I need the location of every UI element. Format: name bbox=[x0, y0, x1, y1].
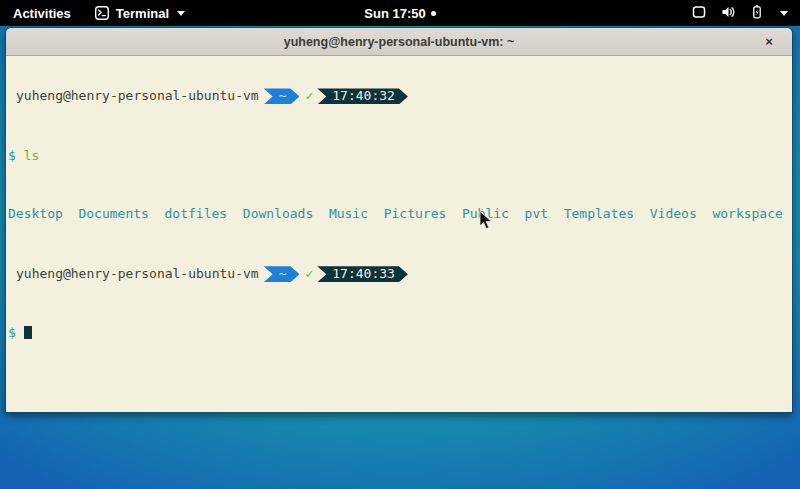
prompt-line-2: yuheng@henry-personal-ubuntu-vm~✓17:40:3… bbox=[8, 266, 792, 282]
gnome-top-bar: Activities Terminal Sun 17:50 bbox=[0, 0, 800, 26]
prompt-cwd-segment: ~ bbox=[264, 88, 300, 104]
app-menu-label: Terminal bbox=[116, 6, 169, 21]
window-title: yuheng@henry-personal-ubuntu-vm: ~ bbox=[284, 35, 515, 49]
command-line-1: $ ls bbox=[8, 149, 792, 164]
display-icon bbox=[691, 4, 707, 23]
prompt-symbol: $ bbox=[8, 148, 16, 163]
chevron-down-icon bbox=[177, 11, 185, 16]
terminal-content[interactable]: yuheng@henry-personal-ubuntu-vm~✓17:40:3… bbox=[6, 56, 792, 412]
battery-charging-icon bbox=[749, 4, 765, 23]
activities-button[interactable]: Activities bbox=[0, 0, 84, 26]
typed-command: ls bbox=[24, 148, 40, 163]
activities-label: Activities bbox=[13, 6, 71, 21]
prompt-cwd-segment: ~ bbox=[264, 266, 300, 282]
clock-label: Sun 17:50 bbox=[364, 6, 425, 21]
terminal-icon bbox=[94, 5, 110, 21]
terminal-cursor bbox=[24, 326, 32, 339]
system-status-area[interactable] bbox=[679, 0, 800, 26]
clock-button[interactable]: Sun 17:50 bbox=[356, 0, 443, 26]
prompt-host: yuheng@henry-personal-ubuntu-vm bbox=[16, 266, 259, 281]
prompt-status-ok-icon: ✓ bbox=[305, 266, 313, 281]
chevron-down-icon bbox=[780, 11, 788, 16]
command-line-2: $ bbox=[8, 326, 792, 341]
terminal-window: yuheng@henry-personal-ubuntu-vm: ~ × yuh… bbox=[5, 27, 793, 413]
volume-icon bbox=[720, 4, 736, 23]
ls-output-line: Desktop Documents dotfiles Downloads Mus… bbox=[8, 207, 792, 222]
prompt-symbol: $ bbox=[8, 325, 16, 340]
prompt-time-segment: 17:40:33 bbox=[317, 266, 408, 282]
close-button[interactable]: × bbox=[757, 28, 781, 55]
prompt-time-segment: 17:40:32 bbox=[317, 88, 408, 104]
prompt-status-ok-icon: ✓ bbox=[305, 88, 313, 103]
prompt-host: yuheng@henry-personal-ubuntu-vm bbox=[16, 88, 259, 103]
app-menu-button[interactable]: Terminal bbox=[84, 0, 195, 26]
mouse-pointer-icon bbox=[479, 210, 493, 234]
notification-dot-icon bbox=[431, 11, 436, 16]
prompt-line-1: yuheng@henry-personal-ubuntu-vm~✓17:40:3… bbox=[8, 88, 792, 104]
window-titlebar[interactable]: yuheng@henry-personal-ubuntu-vm: ~ × bbox=[6, 28, 792, 56]
